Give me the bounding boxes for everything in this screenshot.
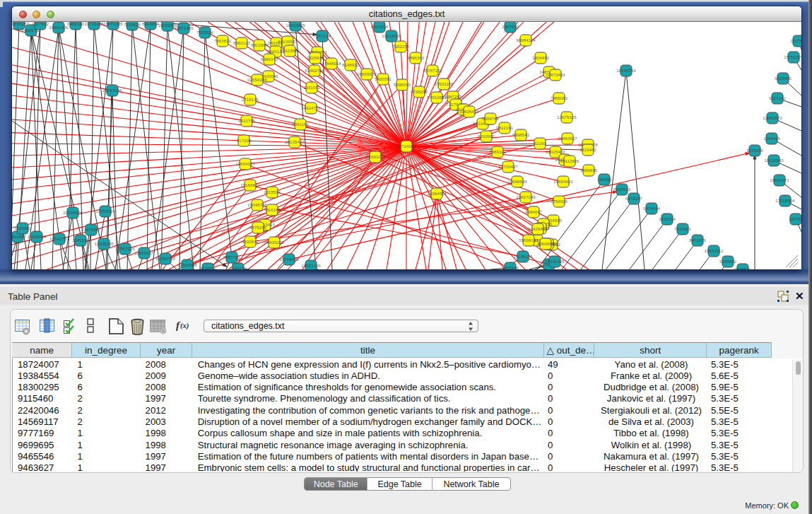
- svg-text:0812191: 0812191: [496, 125, 514, 130]
- svg-text:7386322: 7386322: [489, 149, 507, 154]
- svg-text:1615594: 1615594: [264, 189, 281, 194]
- svg-text:5430391: 5430391: [375, 76, 392, 81]
- svg-text:19166827: 19166827: [240, 182, 260, 187]
- svg-text:10973493: 10973493: [546, 72, 565, 77]
- svg-text:7991183: 7991183: [292, 122, 309, 127]
- svg-text:8813054: 8813054: [142, 22, 160, 26]
- svg-text:8813054: 8813054: [371, 24, 389, 29]
- svg-text:6475255: 6475255: [249, 225, 267, 230]
- svg-text:20206578: 20206578: [63, 210, 83, 215]
- svg-text:7515524: 7515524: [124, 22, 141, 27]
- svg-text:7182278: 7182278: [392, 44, 410, 49]
- svg-text:1527602: 1527602: [32, 22, 49, 26]
- svg-text:18724007: 18724007: [396, 144, 416, 148]
- svg-text:8148932: 8148932: [342, 62, 360, 67]
- svg-text:1824493: 1824493: [532, 55, 550, 60]
- svg-text:16210643: 16210643: [764, 158, 784, 163]
- svg-text:7816184: 7816184: [264, 207, 281, 212]
- svg-text:9465546: 9465546: [502, 265, 519, 269]
- svg-text:19958107: 19958107: [134, 250, 154, 255]
- svg-text:12975125: 12975125: [557, 115, 577, 119]
- svg-text:02606474: 02606474: [459, 109, 479, 114]
- svg-text:9084067: 9084067: [525, 209, 543, 214]
- svg-text:55698169: 55698169: [519, 238, 539, 243]
- svg-text:19654923: 19654923: [553, 179, 573, 184]
- svg-text:9699695: 9699695: [580, 168, 598, 173]
- svg-text:20691406: 20691406: [49, 25, 69, 30]
- svg-text:1117544: 1117544: [790, 38, 801, 43]
- svg-text:9474652: 9474652: [199, 266, 217, 269]
- svg-text:16782759: 16782759: [155, 256, 175, 261]
- svg-text:3915547: 3915547: [12, 234, 27, 239]
- svg-text:23975867: 23975867: [81, 227, 101, 232]
- svg-text:51462704: 51462704: [305, 68, 324, 73]
- svg-text:12093872: 12093872: [763, 115, 782, 120]
- svg-text:17359924: 17359924: [95, 209, 115, 214]
- svg-text:4896383: 4896383: [407, 55, 425, 60]
- svg-text:16148764: 16148764: [616, 68, 636, 73]
- svg-text:10719185: 10719185: [84, 22, 104, 26]
- svg-text:02654235: 02654235: [247, 77, 267, 82]
- svg-text:19463627: 19463627: [558, 136, 577, 141]
- svg-text:1145194: 1145194: [72, 238, 89, 243]
- svg-text:19654923: 19654923: [235, 161, 255, 166]
- svg-text:(x): (x): [180, 322, 189, 330]
- svg-text:10654112: 10654112: [704, 248, 724, 253]
- svg-text:9115460: 9115460: [579, 147, 596, 152]
- svg-text:80112805: 80112805: [560, 158, 579, 163]
- svg-text:1835061: 1835061: [14, 226, 32, 230]
- svg-text:64139537: 64139537: [278, 39, 298, 44]
- svg-text:17016504: 17016504: [775, 198, 795, 203]
- svg-text:25135427: 25135427: [285, 139, 305, 144]
- svg-text:34624751: 34624751: [301, 105, 321, 110]
- svg-text:15716485: 15716485: [279, 257, 299, 262]
- svg-text:2987662: 2987662: [502, 24, 519, 29]
- svg-text:3387262: 3387262: [445, 94, 462, 99]
- svg-text:8471676: 8471676: [689, 238, 707, 243]
- svg-text:1244415: 1244415: [763, 136, 781, 141]
- svg-text:5098393: 5098393: [394, 82, 411, 87]
- svg-text:2718176: 2718176: [242, 97, 259, 102]
- svg-text:16671385: 16671385: [103, 22, 123, 26]
- svg-text:72423884: 72423884: [280, 48, 300, 53]
- svg-text:37631165: 37631165: [434, 81, 454, 86]
- svg-text:19384554: 19384554: [427, 191, 447, 196]
- svg-text:14136141: 14136141: [513, 254, 533, 259]
- svg-text:8386379: 8386379: [261, 57, 278, 62]
- svg-text:8912954: 8912954: [251, 42, 269, 47]
- svg-text:7663822: 7663822: [214, 38, 232, 43]
- svg-text:15720407: 15720407: [498, 164, 518, 169]
- svg-text:9657791: 9657791: [223, 255, 241, 259]
- svg-text:17331426: 17331426: [545, 259, 565, 264]
- svg-text:6479197: 6479197: [625, 196, 643, 201]
- svg-text:01429401: 01429401: [528, 226, 548, 231]
- svg-text:4192832: 4192832: [242, 239, 259, 244]
- svg-text:5009788: 5009788: [482, 116, 500, 121]
- svg-text:12342757: 12342757: [49, 236, 69, 241]
- svg-text:9474444: 9474444: [643, 206, 661, 211]
- svg-text:23300213: 23300213: [365, 154, 385, 159]
- svg-text:7485063: 7485063: [551, 95, 568, 100]
- svg-text:97848018: 97848018: [322, 61, 341, 66]
- svg-text:28809570: 28809570: [357, 71, 377, 76]
- svg-text:116753: 116753: [789, 216, 801, 221]
- svg-text:4060883: 4060883: [537, 241, 555, 246]
- svg-text:98084124: 98084124: [516, 37, 536, 42]
- svg-text:1610755: 1610755: [238, 118, 256, 123]
- svg-text:9245652: 9245652: [719, 259, 737, 264]
- svg-text:2935114: 2935114: [659, 216, 676, 221]
- svg-text:62160: 62160: [534, 141, 546, 146]
- svg-text:15751074: 15751074: [784, 54, 801, 59]
- svg-text:20053346: 20053346: [102, 88, 122, 93]
- svg-text:9845511: 9845511: [734, 267, 751, 269]
- svg-text:10688609: 10688609: [507, 179, 527, 184]
- svg-text:15692971: 15692971: [770, 177, 789, 182]
- svg-text:17331426: 17331426: [301, 263, 321, 268]
- svg-text:4738299: 4738299: [411, 89, 428, 94]
- svg-text:10025433: 10025433: [546, 149, 565, 154]
- svg-text:18807249: 18807249: [516, 194, 536, 199]
- svg-text:8938923: 8938923: [613, 187, 631, 192]
- svg-text:16046768: 16046768: [247, 202, 267, 207]
- svg-text:1226916: 1226916: [307, 55, 324, 60]
- svg-text:1031051: 1031051: [303, 85, 321, 90]
